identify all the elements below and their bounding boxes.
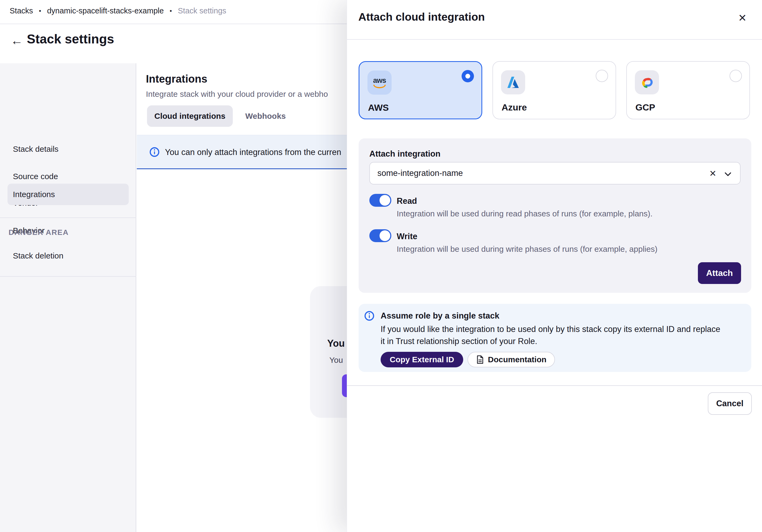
breadcrumb-separator: • <box>170 7 172 15</box>
info-alert: You can only attach integrations from th… <box>137 135 347 169</box>
back-arrow-icon[interactable]: ← <box>11 34 23 47</box>
close-icon[interactable]: ✕ <box>738 13 747 23</box>
modal-footer-divider <box>347 385 762 386</box>
provider-card-azure[interactable]: Azure <box>493 61 616 119</box>
attach-button[interactable]: Attach <box>698 262 741 284</box>
provider-label: AWS <box>368 103 389 113</box>
copy-external-id-button[interactable]: Copy External ID <box>381 352 463 367</box>
documentation-button-label: Documentation <box>488 355 546 364</box>
read-toggle-description: Integration will be used during read pha… <box>397 209 652 218</box>
modal-title: Attach cloud integration <box>358 11 485 23</box>
provider-label: GCP <box>636 102 655 113</box>
sidebar-divider <box>0 276 136 277</box>
chevron-down-icon[interactable] <box>724 170 732 179</box>
assume-role-body-line1: If you would like the integration to be … <box>381 325 721 334</box>
provider-cards: aws AWS Azure <box>359 61 750 119</box>
sidebar-item-stack-deletion[interactable]: Stack deletion <box>13 251 63 261</box>
sidebar-danger-area-label: DANGER AREA <box>9 228 69 237</box>
breadcrumb-stack-name[interactable]: dynamic-spacelift-stacks-example <box>47 6 164 15</box>
assume-role-body-line2: it in Trust relationship section of your… <box>381 337 537 346</box>
gcp-radio[interactable] <box>729 70 742 82</box>
attach-integration-panel: Attach integration ✕ Read Integration wi… <box>359 138 751 293</box>
provider-card-gcp[interactable]: GCP <box>626 61 750 119</box>
tab-webhooks[interactable]: Webhooks <box>241 106 290 127</box>
breadcrumb-separator: • <box>39 7 41 15</box>
breadcrumb: Stacks • dynamic-spacelift-stacks-exampl… <box>10 6 226 15</box>
sidebar-divider <box>0 217 136 218</box>
azure-icon <box>501 70 525 94</box>
write-toggle-label: Write <box>397 232 418 241</box>
header-divider <box>0 24 347 24</box>
write-toggle-description: Integration will be used during write ph… <box>397 245 657 254</box>
assume-role-title: Assume role by a single stack <box>381 311 499 321</box>
empty-state-subtitle: You <box>329 355 343 365</box>
clear-icon[interactable]: ✕ <box>709 168 717 179</box>
sidebar-item-source-code[interactable]: Source code <box>13 172 58 181</box>
integrations-heading: Integrations <box>146 73 207 85</box>
integration-select: ✕ <box>369 162 740 185</box>
provider-label: Azure <box>501 102 527 113</box>
alert-text: You can only attach integrations from th… <box>165 147 341 157</box>
attach-cloud-integration-modal: Attach cloud integration ✕ aws AWS <box>347 0 762 532</box>
document-icon <box>476 355 484 364</box>
read-toggle-label: Read <box>397 196 417 206</box>
documentation-button[interactable]: Documentation <box>468 352 555 367</box>
integrations-description: Integrate stack with your cloud provider… <box>146 90 328 99</box>
sidebar-item-integrations[interactable]: Integrations <box>8 184 129 205</box>
tab-cloud-integrations[interactable]: Cloud integrations <box>147 106 233 127</box>
breadcrumb-current-page: Stack settings <box>178 6 226 15</box>
aws-radio[interactable] <box>462 70 474 82</box>
aws-icon: aws <box>367 70 392 95</box>
app-root: Stacks • dynamic-spacelift-stacks-exampl… <box>0 0 762 532</box>
modal-header-divider <box>347 39 762 40</box>
read-toggle[interactable] <box>369 194 391 207</box>
azure-radio[interactable] <box>596 70 608 82</box>
info-icon <box>364 311 374 321</box>
integration-name-input[interactable] <box>377 163 710 184</box>
gcp-icon <box>635 70 659 94</box>
assume-role-info-box: Assume role by a single stack If you wou… <box>359 304 751 372</box>
settings-sidebar: Stack details Source code Vendor Behavio… <box>0 63 136 532</box>
provider-card-aws[interactable]: aws AWS <box>359 61 482 119</box>
attach-integration-label: Attach integration <box>369 149 440 159</box>
write-toggle[interactable] <box>369 229 391 242</box>
breadcrumb-stacks[interactable]: Stacks <box>10 6 33 15</box>
info-icon <box>149 147 160 157</box>
aws-smile-arc <box>373 85 386 88</box>
cancel-button[interactable]: Cancel <box>708 392 752 415</box>
sidebar-item-stack-details[interactable]: Stack details <box>13 144 58 154</box>
page-title: Stack settings <box>27 32 114 46</box>
empty-state-title: You <box>327 338 344 349</box>
